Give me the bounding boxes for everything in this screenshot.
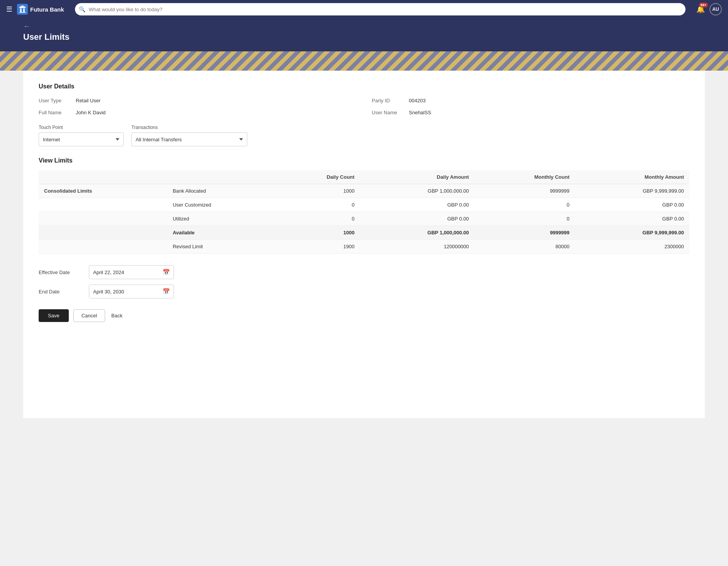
effective-date-calendar-icon[interactable]: 📅 [163,269,170,276]
row-type-label: Revised Limit [167,240,275,254]
monthly-count-cell: 9999999 [475,184,575,198]
logo-text: Futura Bank [30,6,64,13]
user-name-value: SnehalSS [409,110,431,115]
daily-amount-cell: GBP 0.00 [360,212,474,226]
nav-right-section: 🔔 99+ AU [696,3,722,15]
end-date-wrap: 📅 [89,285,174,298]
daily-count-cell: 1000 [275,184,360,198]
daily-amount-cell: 120000000 [360,240,474,254]
table-row: Revised Limit1900120000000800002300000 [39,240,689,254]
monthly-amount-cell: 2300000 [575,240,689,254]
row-type-label: Bank Allocated [167,184,275,198]
view-limits-title: View Limits [39,157,689,164]
monthly-count-cell: 0 [475,212,575,226]
col-monthly-amount: Monthly Amount [575,170,689,184]
party-id-row: Party ID 004203 [372,98,689,103]
effective-date-label: Effective Date [39,269,81,275]
monthly-amount-cell: GBP 9,999,999.00 [575,184,689,198]
touch-point-label: Touch Point [39,125,124,130]
limits-table: Daily Count Daily Amount Monthly Count M… [39,170,689,254]
col-type [167,170,275,184]
main-content: User Details User Type Retail User Party… [23,71,705,418]
end-date-calendar-icon[interactable]: 📅 [163,288,170,295]
table-row: Available1000GBP 1,000,000.009999999GBP … [39,226,689,240]
banner-decoration [0,51,728,71]
logo-link[interactable]: Futura Bank [17,4,64,15]
top-navigation: ☰ Futura Bank 🔍 🔔 99+ AU [0,0,728,19]
transactions-label: Transactions [131,125,247,130]
row-type-label: Utilized [167,212,275,226]
save-button[interactable]: Save [39,309,69,322]
row-group-label [39,226,167,240]
touch-point-select[interactable]: Internet Mobile Branch [39,132,124,146]
search-input[interactable] [75,3,685,15]
col-daily-amount: Daily Amount [360,170,474,184]
daily-amount-cell: GBP 1,000,000.00 [360,184,474,198]
back-arrow-link[interactable]: ← [23,22,30,31]
party-id-label: Party ID [372,98,403,103]
user-name-label: User Name [372,110,403,115]
user-details-grid: User Type Retail User Party ID 004203 Fu… [39,98,689,115]
user-type-row: User Type Retail User [39,98,356,103]
monthly-amount-cell: GBP 9,999,999.00 [575,226,689,240]
svg-rect-3 [19,12,26,13]
full-name-label: Full Name [39,110,70,115]
effective-date-wrap: 📅 [89,265,174,279]
monthly-amount-cell: GBP 0.00 [575,198,689,212]
user-type-label: User Type [39,98,70,103]
row-group-label [39,198,167,212]
daily-count-cell: 0 [275,198,360,212]
svg-rect-1 [20,8,22,12]
cancel-button[interactable]: Cancel [73,309,105,322]
back-button[interactable]: Back [110,310,124,322]
user-name-row: User Name SnehalSS [372,110,689,115]
user-details-title: User Details [39,83,689,90]
monthly-count-cell: 9999999 [475,226,575,240]
table-header-row: Daily Count Daily Amount Monthly Count M… [39,170,689,184]
hamburger-button[interactable]: ☰ [6,6,12,13]
page-title: User Limits [23,32,705,42]
touch-point-group: Touch Point Internet Mobile Branch [39,125,124,146]
row-group-label [39,240,167,254]
party-id-value: 004203 [409,98,425,103]
notification-badge: 99+ [699,3,708,7]
svg-rect-2 [23,8,25,12]
notification-bell[interactable]: 🔔 99+ [696,5,705,14]
search-container: 🔍 [75,3,685,15]
end-date-input[interactable] [89,285,174,298]
end-date-label: End Date [39,289,81,295]
effective-date-input[interactable] [89,265,174,279]
col-daily-count: Daily Count [275,170,360,184]
transactions-group: Transactions All Internal Transfers Dome… [131,125,247,146]
page-header: ← User Limits [0,19,728,51]
user-type-value: Retail User [76,98,100,103]
col-monthly-count: Monthly Count [475,170,575,184]
row-type-label: User Customized [167,198,275,212]
daily-amount-cell: GBP 0.00 [360,198,474,212]
row-group-label [39,212,167,226]
monthly-count-cell: 80000 [475,240,575,254]
table-row: User Customized0GBP 0.000GBP 0.00 [39,198,689,212]
dates-section: Effective Date 📅 End Date 📅 [39,265,689,298]
user-avatar[interactable]: AU [709,3,722,15]
buttons-row: Save Cancel Back [39,309,689,322]
effective-date-row: Effective Date 📅 [39,265,689,279]
end-date-row: End Date 📅 [39,285,689,298]
row-group-label: Consolidated Limits [39,184,167,198]
daily-count-cell: 1900 [275,240,360,254]
daily-count-cell: 0 [275,212,360,226]
daily-amount-cell: GBP 1,000,000.00 [360,226,474,240]
daily-count-cell: 1000 [275,226,360,240]
table-row: Consolidated LimitsBank Allocated1000GBP… [39,184,689,198]
col-group [39,170,167,184]
dropdowns-row: Touch Point Internet Mobile Branch Trans… [39,125,689,146]
row-type-label: Available [167,226,275,240]
monthly-amount-cell: GBP 0.00 [575,212,689,226]
full-name-row: Full Name John K David [39,110,356,115]
table-row: Utilized0GBP 0.000GBP 0.00 [39,212,689,226]
full-name-value: John K David [76,110,105,115]
transactions-select[interactable]: All Internal Transfers Domestic Transfer… [131,132,247,146]
monthly-count-cell: 0 [475,198,575,212]
logo-icon [17,4,28,15]
